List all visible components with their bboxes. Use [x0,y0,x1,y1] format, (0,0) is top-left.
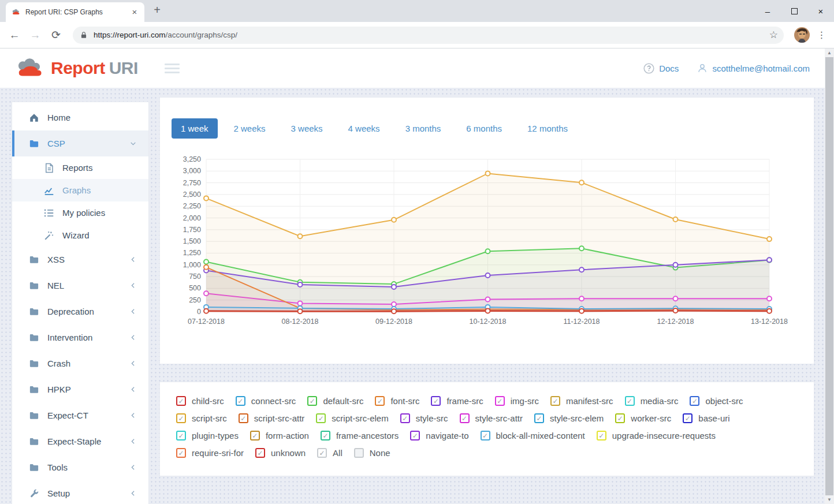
legend-label: script-src [192,413,227,423]
legend-label: script-src-elem [332,413,388,423]
brand-report: Report [51,58,105,78]
scroll-down-icon[interactable]: ▼ [825,495,834,504]
legend-card: ✓child-src✓connect-src✓default-src✓font-… [159,382,814,476]
scrollbar-thumb[interactable] [825,57,833,495]
legend-label: worker-src [631,413,671,423]
wand-icon [43,230,55,241]
tab-12-months[interactable]: 12 months [518,118,577,139]
legend-checkbox-base-uri[interactable]: ✓base-uri [683,413,729,423]
sidebar-item-expect-ct[interactable]: Expect-CT [12,402,148,428]
sidebar-item-xss[interactable]: XSS [12,247,148,272]
legend-checkbox-none[interactable]: None [354,448,390,458]
legend-checkbox-form-action[interactable]: ✓form-action [250,431,309,440]
sidebar-item-reports[interactable]: Reports [12,156,148,179]
checkmark-icon: ✓ [412,432,418,439]
report-uri-logo[interactable]: Report URI [15,58,138,79]
tab-4-weeks[interactable]: 4 weeks [339,118,389,139]
legend-checkbox-style-src-elem[interactable]: ✓style-src-elem [534,413,604,423]
back-icon[interactable]: ← [6,27,23,44]
sidebar-item-home[interactable]: Home [12,104,148,130]
legend-checkbox-require-sri-for[interactable]: ✓require-sri-for [176,448,244,458]
sidebar-item-label: Home [47,113,137,122]
hamburger-menu-icon[interactable] [165,64,180,73]
sidebar-item-wizard[interactable]: Wizard [12,224,148,247]
checkbox-icon: ✓ [176,396,186,406]
svg-text:2,250: 2,250 [183,202,201,210]
checkmark-icon: ✓ [178,432,184,439]
tab-1-week[interactable]: 1 week [172,118,218,139]
address-bar[interactable]: https://report-uri.com/account/graphs/cs… [73,27,784,44]
legend-checkbox-child-src[interactable]: ✓child-src [176,396,224,406]
tab-3-months[interactable]: 3 months [396,118,450,139]
minimize-button[interactable]: – [754,0,781,22]
legend-checkbox-img-src[interactable]: ✓img-src [495,396,539,406]
page-scrollbar[interactable]: ▲ ▼ [825,48,834,504]
bookmark-star-icon[interactable]: ☆ [769,29,778,41]
reload-icon[interactable]: ⟳ [47,27,65,44]
legend-checkbox-media-src[interactable]: ✓media-src [625,396,679,406]
legend-checkbox-block-all-mixed-content[interactable]: ✓block-all-mixed-content [481,431,585,440]
legend-label: connect-src [251,396,296,406]
legend-checkbox-frame-ancestors[interactable]: ✓frame-ancestors [321,431,399,440]
checkmark-icon: ✓ [178,415,184,422]
forward-icon[interactable]: → [27,27,44,44]
docs-link[interactable]: Docs [643,63,679,74]
legend-checkbox-default-src[interactable]: ✓default-src [307,396,363,406]
legend-checkbox-script-src-attr[interactable]: ✓script-src-attr [239,413,305,423]
svg-text:2,500: 2,500 [183,191,201,199]
profile-avatar[interactable] [794,27,810,43]
browser-menu-icon[interactable]: ⋮ [814,29,829,40]
legend-checkbox-all[interactable]: ✓All [317,448,342,458]
new-tab-button[interactable]: + [149,2,165,18]
legend-label: img-src [511,396,539,406]
scroll-up-icon[interactable]: ▲ [825,48,834,57]
sidebar-item-setup[interactable]: Setup [12,480,148,504]
sidebar-item-label: Expect-CT [47,410,129,420]
sidebar-item-hpkp[interactable]: HPKP [12,376,148,402]
sidebar-item-deprecation[interactable]: Deprecation [12,298,148,324]
legend-checkbox-style-src[interactable]: ✓style-src [400,413,448,423]
legend-checkbox-object-src[interactable]: ✓object-src [690,396,743,406]
legend-checkbox-font-src[interactable]: ✓font-src [375,396,419,406]
tab-close-icon[interactable]: × [129,7,140,17]
folder-icon [28,255,40,265]
legend-checkbox-plugin-types[interactable]: ✓plugin-types [176,431,239,440]
sidebar-item-my-policies[interactable]: My policies [12,201,148,224]
legend-checkbox-upgrade-insecure-requests[interactable]: ✓upgrade-insecure-requests [597,431,716,440]
legend-checkbox-worker-src[interactable]: ✓worker-src [615,413,671,423]
account-link[interactable]: scotthelme@hotmail.com [697,63,810,73]
legend-checkbox-navigate-to[interactable]: ✓navigate-to [410,431,468,440]
sidebar-item-nel[interactable]: NEL [12,272,148,298]
sidebar-item-tools[interactable]: Tools [12,454,148,480]
legend-checkbox-script-src[interactable]: ✓script-src [176,413,227,423]
tab-3-weeks[interactable]: 3 weeks [282,118,332,139]
folder-icon [28,307,40,317]
sidebar-item-graphs[interactable]: Graphs [12,179,148,201]
sidebar-item-label: Graphs [62,185,137,195]
sidebar-item-intervention[interactable]: Intervention [12,324,148,350]
chevron-left-icon [129,360,137,367]
sidebar-item-csp[interactable]: CSP [12,130,148,156]
svg-text:2,000: 2,000 [183,214,201,222]
legend-checkbox-unknown[interactable]: ✓unknown [255,448,306,458]
legend-checkbox-script-src-elem[interactable]: ✓script-src-elem [316,413,388,423]
legend-checkbox-style-src-attr[interactable]: ✓style-src-attr [460,413,523,423]
site-header: Report URI Docs [0,48,834,88]
tab-6-months[interactable]: 6 months [457,118,511,139]
chevron-left-icon [129,256,137,263]
browser-tab[interactable]: Report URI: CSP Graphs × [6,2,144,22]
legend-checkbox-frame-src[interactable]: ✓frame-src [431,396,483,406]
legend-checkbox-connect-src[interactable]: ✓connect-src [236,396,296,406]
close-button[interactable]: × [807,0,834,22]
sidebar-item-expect-staple[interactable]: Expect-Staple [12,428,148,454]
maximize-button[interactable] [781,0,807,22]
tab-2-weeks[interactable]: 2 weeks [225,118,275,139]
sidebar-item-label: Reports [62,163,137,173]
svg-text:2,750: 2,750 [183,179,201,187]
checkmark-icon: ✓ [627,398,632,405]
sidebar-item-crash[interactable]: Crash [12,350,148,376]
chevron-left-icon [129,490,137,497]
legend-checkbox-manifest-src[interactable]: ✓manifest-src [550,396,613,406]
svg-text:07-12-2018: 07-12-2018 [188,318,225,326]
legend-label: require-sri-for [192,448,244,458]
